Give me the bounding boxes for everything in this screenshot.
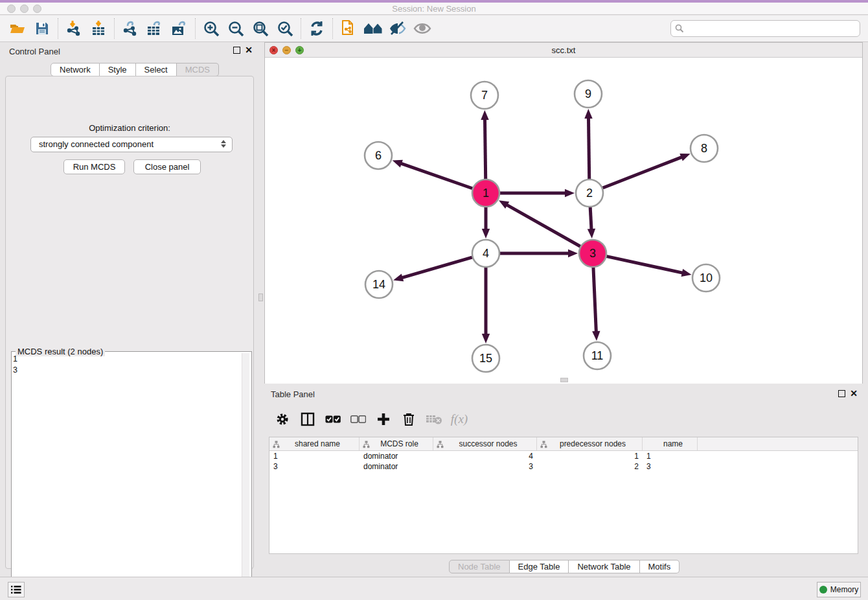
- network-view-window: × − + scc.txt 7968124314101511: [264, 42, 863, 384]
- run-mcds-button[interactable]: Run MCDS: [63, 159, 125, 174]
- tab-style[interactable]: Style: [100, 63, 136, 76]
- clone-network-icon: [340, 19, 357, 38]
- main-toolbar: [0, 16, 868, 42]
- cell-successor-nodes[interactable]: 3: [433, 461, 537, 472]
- node-label-1: 1: [483, 187, 489, 200]
- tab-mcds[interactable]: MCDS: [177, 63, 219, 76]
- refresh-icon: [308, 20, 325, 37]
- create-column-button[interactable]: [373, 408, 394, 431]
- close-panel-button[interactable]: Close panel: [133, 159, 201, 174]
- cell-predecessor-nodes[interactable]: 2: [537, 461, 643, 472]
- tab-node-table[interactable]: Node Table: [449, 560, 510, 573]
- edge-3-10[interactable]: [606, 257, 683, 273]
- zoom-in-button[interactable]: [199, 17, 223, 40]
- column-header-MCDS-role[interactable]: MCDS role: [360, 437, 433, 450]
- edge-2-8[interactable]: [602, 157, 682, 188]
- column-header-name[interactable]: name: [643, 437, 698, 450]
- zoom-fit-icon: [252, 20, 269, 38]
- zoom-out-button[interactable]: [223, 17, 248, 40]
- edge-4-14[interactable]: [402, 257, 472, 278]
- close-table-panel-icon[interactable]: ✕: [850, 390, 858, 397]
- tab-edge-table[interactable]: Edge Table: [510, 560, 569, 573]
- search-input[interactable]: [670, 20, 860, 37]
- split-table-button[interactable]: [297, 408, 318, 431]
- cell-MCDS-role[interactable]: dominator: [360, 451, 433, 461]
- table-panel: Table Panel ✕: [264, 387, 863, 575]
- table-row[interactable]: 3dominator323: [269, 461, 858, 472]
- network-graph: 7968124314101511: [265, 58, 862, 384]
- export-image-button[interactable]: [167, 17, 192, 40]
- export-network-button[interactable]: [118, 17, 143, 40]
- node-label-8: 8: [701, 142, 707, 155]
- unselect-all-columns-button[interactable]: [348, 408, 369, 431]
- tab-network[interactable]: Network: [51, 63, 100, 76]
- close-panel-icon[interactable]: ✕: [245, 47, 253, 54]
- zoom-selected-button[interactable]: [273, 17, 297, 40]
- memory-status-icon: [819, 586, 827, 594]
- window-resize-handle[interactable]: [560, 378, 568, 382]
- trash-icon: [402, 412, 415, 426]
- network-canvas[interactable]: 7968124314101511: [265, 58, 862, 384]
- panel-divider-handle[interactable]: [258, 294, 263, 301]
- tab-select[interactable]: Select: [136, 63, 177, 76]
- open-session-button[interactable]: [5, 17, 30, 40]
- export-table-button[interactable]: [143, 17, 167, 40]
- clone-network-button[interactable]: [336, 17, 361, 40]
- result-scrollbar[interactable]: [242, 353, 249, 595]
- task-history-button[interactable]: [8, 582, 25, 597]
- zoom-fit-button[interactable]: [248, 17, 273, 40]
- eye-icon: [413, 21, 431, 36]
- fx-icon: f(x): [451, 412, 468, 426]
- select-all-columns-button[interactable]: [323, 408, 343, 431]
- cell-MCDS-role[interactable]: dominator: [360, 461, 433, 472]
- toolbar-separator: [301, 18, 301, 39]
- column-header-successor-nodes[interactable]: successor nodes: [433, 437, 537, 450]
- edge-1-6[interactable]: [400, 163, 472, 189]
- edge-1-7[interactable]: [485, 119, 485, 179]
- show-all-button[interactable]: [410, 17, 435, 40]
- edge-3-1[interactable]: [506, 205, 580, 247]
- float-table-panel-icon[interactable]: [838, 390, 845, 397]
- delete-table-button[interactable]: [424, 408, 444, 431]
- column-header-predecessor-nodes[interactable]: predecessor nodes: [537, 437, 643, 450]
- delete-column-button[interactable]: [398, 408, 419, 431]
- table-body: 1dominator4113dominator323: [269, 451, 858, 472]
- gear-icon: [275, 412, 290, 426]
- import-table-button[interactable]: [86, 17, 111, 40]
- column-header-shared-name[interactable]: shared name: [269, 437, 360, 450]
- table-row[interactable]: 1dominator411: [269, 451, 858, 461]
- unselect-all-icon: [350, 415, 366, 424]
- edge-2-3[interactable]: [590, 207, 591, 230]
- network-window-titlebar: × − + scc.txt: [265, 43, 862, 58]
- list-icon: [11, 585, 21, 594]
- cell-successor-nodes[interactable]: 4: [433, 451, 537, 461]
- cell-name[interactable]: 3: [643, 461, 698, 472]
- search-field-wrap: [670, 20, 860, 37]
- cell-name[interactable]: 1: [643, 451, 698, 461]
- table-settings-button[interactable]: [272, 408, 293, 431]
- save-session-button[interactable]: [30, 17, 54, 40]
- optimization-criterion-select[interactable]: strongly connected component: [30, 137, 233, 152]
- memory-button[interactable]: Memory: [817, 582, 861, 597]
- tab-motifs[interactable]: Motifs: [640, 560, 680, 573]
- toolbar-separator: [195, 18, 196, 39]
- cell-shared-name[interactable]: 3: [269, 461, 360, 472]
- cell-shared-name[interactable]: 1: [269, 451, 360, 461]
- hide-selected-button[interactable]: [385, 17, 410, 40]
- apply-layout-button[interactable]: [304, 17, 329, 40]
- mcds-result-text[interactable]: 1 3: [13, 354, 17, 376]
- edge-arrowhead: [481, 110, 488, 120]
- table-panel-tabs: Node TableEdge TableNetwork TableMotifs: [449, 560, 680, 573]
- zoom-out-icon: [227, 20, 245, 38]
- first-neighbors-button[interactable]: [361, 17, 385, 40]
- edge-2-9[interactable]: [588, 117, 589, 179]
- tab-network-table[interactable]: Network Table: [569, 560, 639, 573]
- import-network-button[interactable]: [62, 17, 86, 40]
- edge-arrowhead: [568, 249, 578, 257]
- function-builder-button[interactable]: f(x): [449, 408, 470, 431]
- open-folder-icon: [9, 21, 26, 36]
- export-network-icon: [122, 20, 139, 37]
- cell-predecessor-nodes[interactable]: 1: [537, 451, 643, 461]
- edge-3-11[interactable]: [593, 268, 596, 332]
- float-panel-icon[interactable]: [233, 47, 240, 54]
